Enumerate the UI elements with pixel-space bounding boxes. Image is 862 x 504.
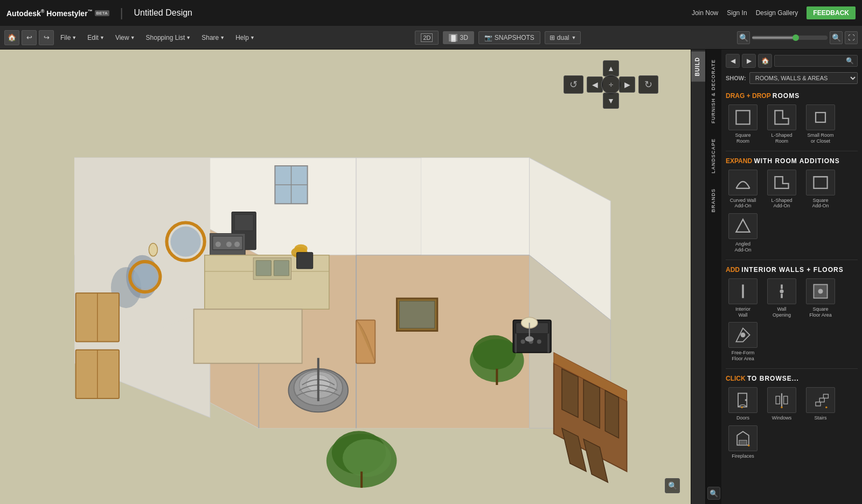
brands-tab[interactable]: BRANDS: [708, 181, 720, 220]
shopping-list-menu[interactable]: Shopping List ▼: [142, 32, 196, 44]
design-gallery-link[interactable]: Design Gallery: [756, 9, 798, 17]
l-shaped-room-svg: [772, 108, 791, 127]
canvas-area[interactable]: ↺ ▲ ◀ ✛ ▶ ▼ ↻ 🔍: [0, 50, 691, 504]
svg-rect-101: [823, 394, 828, 398]
l-shaped-room-item[interactable]: L-ShapedRoom: [764, 104, 799, 144]
snapshots-button[interactable]: 📷 SNAPSHOTS: [478, 31, 540, 44]
panel-back-button[interactable]: ◀: [726, 54, 740, 68]
toolbar: 🏠 ↩ ↪ File ▼ Edit ▼ View ▼ Shopping List…: [0, 26, 862, 50]
small-room-icon: [806, 104, 835, 130]
view-2d-button[interactable]: 2D 2D: [415, 31, 439, 45]
undo-button[interactable]: ↩: [22, 30, 37, 45]
stairs-item[interactable]: Stairs: [803, 387, 838, 421]
panel-search-input[interactable]: [778, 58, 846, 64]
interior-wall-label: InteriorWall: [735, 306, 750, 318]
zoom-track: [752, 37, 828, 39]
panel-home-button[interactable]: 🏠: [758, 54, 772, 68]
vertical-tabs: FURNISH & DECORATE LANDSCAPE BRANDS 🔍: [706, 50, 721, 504]
nav-right-button[interactable]: ▶: [619, 76, 635, 93]
angled-addon-item[interactable]: AngledAdd-On: [726, 213, 760, 253]
windows-item[interactable]: Windows: [764, 387, 799, 421]
svg-point-64: [537, 340, 541, 344]
file-dropdown-icon: ▼: [72, 35, 77, 40]
l-shaped-addon-item[interactable]: L-ShapedAdd-On: [764, 170, 799, 209]
svg-rect-103: [816, 402, 821, 406]
redo-button[interactable]: ↪: [39, 30, 54, 45]
view-dropdown-icon: ▼: [130, 35, 135, 40]
freeform-floor-item[interactable]: Free-FormFloor Area: [726, 322, 760, 362]
stairs-icon: [806, 387, 835, 413]
canvas-search-button[interactable]: 🔍: [665, 478, 680, 493]
view-menu[interactable]: View ▼: [111, 32, 140, 44]
edit-menu[interactable]: Edit ▼: [83, 32, 109, 44]
interior-walls-floors-word: INTERIOR WALLS + FLOORS: [741, 266, 843, 274]
panel-forward-button[interactable]: ▶: [742, 54, 756, 68]
svg-rect-30: [234, 214, 253, 230]
square-addon-item[interactable]: SquareAdd-On: [803, 170, 838, 209]
build-tab-indicator[interactable]: BUILD: [691, 52, 705, 82]
svg-point-95: [745, 399, 747, 401]
nav-center-button[interactable]: ✛: [601, 75, 621, 94]
dual-dropdown-icon: ▼: [572, 35, 576, 40]
wall-opening-item[interactable]: WallOpening: [764, 278, 799, 318]
fullscreen-button[interactable]: ⛶: [845, 31, 858, 44]
small-room-item[interactable]: Small Roomor Closet: [803, 104, 838, 144]
l-shaped-room-label: L-ShapedRoom: [771, 132, 792, 144]
windows-label: Windows: [772, 415, 792, 421]
nav-down-button[interactable]: ▼: [603, 93, 619, 109]
nav-up-button[interactable]: ▲: [603, 60, 619, 76]
square-floor-item[interactable]: SquareFloor Area: [803, 278, 838, 318]
sign-in-link[interactable]: Sign In: [727, 9, 747, 17]
interior-wall-svg: [733, 282, 753, 301]
svg-rect-39: [256, 261, 271, 276]
help-menu[interactable]: Help ▼: [231, 32, 259, 44]
furnish-decorate-tab[interactable]: FURNISH & DECORATE: [708, 52, 720, 131]
doors-item[interactable]: Doors: [726, 387, 760, 421]
svg-point-89: [780, 289, 783, 293]
beta-badge: BETA: [95, 10, 109, 16]
divider-2: [726, 260, 858, 260]
file-menu[interactable]: File ▼: [56, 32, 81, 44]
panel-search-button-icon[interactable]: 🔍: [846, 57, 854, 65]
square-room-item[interactable]: SquareRoom: [726, 104, 760, 144]
dual-button[interactable]: ⊞ dual ▼: [545, 31, 581, 44]
home-button[interactable]: 🏠: [4, 30, 19, 45]
windows-icon: [767, 387, 796, 413]
zoom-out-button[interactable]: 🔍: [737, 31, 750, 44]
interior-wall-item[interactable]: InteriorWall: [726, 278, 760, 318]
svg-point-104: [825, 407, 828, 409]
feedback-button[interactable]: FEEDBACK: [807, 6, 856, 19]
svg-marker-67: [562, 369, 578, 417]
windows-svg: [772, 390, 791, 410]
square-addon-label: SquareAdd-On: [812, 198, 829, 209]
expand-word: EXPAND: [726, 157, 754, 165]
fireplaces-item[interactable]: Fireplaces: [726, 425, 760, 459]
landscape-tab[interactable]: LANDSCAPE: [708, 131, 720, 181]
svg-point-62: [521, 340, 525, 344]
share-menu[interactable]: Share ▼: [197, 32, 229, 44]
show-row: SHOW: ROOMS, WALLS & AREAS: [726, 72, 858, 84]
nav-left-button[interactable]: ◀: [587, 76, 603, 93]
show-dropdown[interactable]: ROOMS, WALLS & AREAS: [749, 72, 858, 84]
l-shaped-addon-svg: [772, 173, 791, 192]
join-now-link[interactable]: Join Now: [692, 9, 718, 17]
autodesk-logo: Autodesk® Homestyler™ BETA: [6, 9, 109, 18]
l-shaped-addon-label: L-ShapedAdd-On: [771, 198, 792, 209]
svg-point-100: [781, 407, 783, 409]
nav-control-row: ↺ ▲ ◀ ✛ ▶ ▼ ↻: [564, 60, 658, 109]
click-word: CLICK: [726, 375, 747, 382]
rotate-right-button[interactable]: ↻: [638, 75, 658, 94]
rotate-left-button[interactable]: ↺: [564, 75, 583, 94]
curved-wall-item[interactable]: Curved WallAdd-On: [726, 170, 760, 209]
top-bar-right: Join Now Sign In Design Gallery FEEDBACK: [692, 6, 856, 19]
zoom-slider[interactable]: [752, 36, 828, 40]
view-3d-button[interactable]: ▓ 3D: [443, 31, 474, 44]
panel-search-icon[interactable]: 🔍: [707, 487, 720, 500]
zoom-thumb[interactable]: [793, 34, 799, 41]
panel-search-bar[interactable]: 🔍: [774, 55, 858, 67]
nav-center-icon: ✛: [609, 82, 613, 88]
svg-marker-7: [421, 158, 530, 255]
house-scene: [0, 50, 691, 504]
zoom-in-button[interactable]: 🔍: [830, 31, 843, 44]
svg-rect-98: [776, 396, 780, 404]
